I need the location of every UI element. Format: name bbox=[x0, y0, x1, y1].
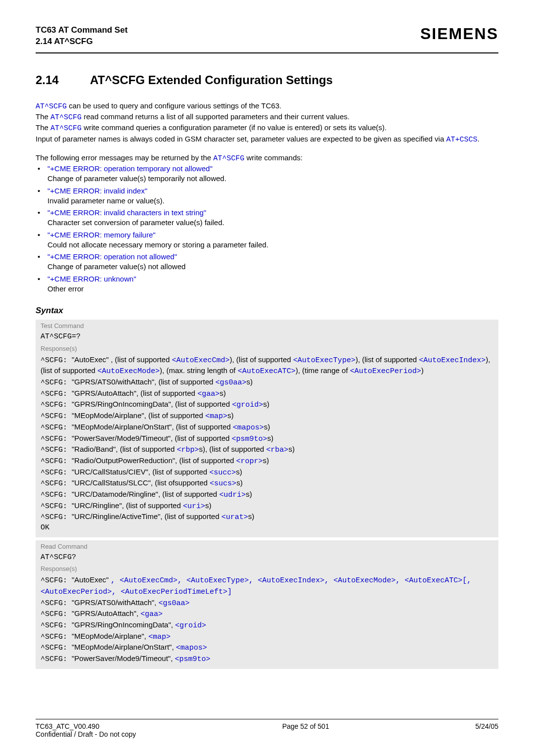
response-line: ^SCFG: "URC/Datamode/Ringline", (list of… bbox=[41, 489, 493, 501]
response-line: ^SCFG: "GPRS/ATS0/withAttach", (list of … bbox=[41, 377, 493, 388]
response-line: ^SCFG: "AutoExec" , (list of supported <… bbox=[41, 355, 493, 377]
read-command: AT^SCFG? bbox=[41, 553, 493, 563]
siemens-logo: SIEMENS bbox=[420, 25, 498, 43]
page-header: TC63 AT Command Set 2.14 AT^SCFG SIEMENS bbox=[36, 25, 498, 53]
response-line: ^SCFG: "Radio/OutputPowerReduction", (li… bbox=[41, 456, 493, 467]
response-line: ^SCFG: "MEopMode/Airplane/OnStart", (lis… bbox=[41, 422, 493, 433]
response-line: ^SCFG: "GPRS/RingOnIncomingData", <groid… bbox=[41, 620, 493, 631]
error-item: "+CME ERROR: memory failure"Could not al… bbox=[36, 230, 498, 250]
footer-center: Page 52 of 501 bbox=[282, 722, 329, 738]
footer-left: TC63_ATC_V00.490 Confidential / Draft - … bbox=[36, 722, 136, 738]
error-link[interactable]: "+CME ERROR: invalid characters in text … bbox=[47, 208, 206, 217]
response-line: ^SCFG: "AutoExec" , <AutoExecCmd>, <Auto… bbox=[41, 575, 493, 597]
error-link[interactable]: "+CME ERROR: memory failure" bbox=[47, 231, 156, 239]
error-link[interactable]: "+CME ERROR: unknown" bbox=[47, 275, 136, 283]
cmd-link[interactable]: AT^SCFG bbox=[50, 113, 82, 122]
response-line: ^SCFG: "PowerSaver/Mode9/Timeout", <psm9… bbox=[41, 654, 493, 665]
test-command-block: Test Command AT^SCFG=? Response(s) ^SCFG… bbox=[36, 320, 498, 537]
response-line: ^SCFG: "GPRS/AutoAttach", <gaa> bbox=[41, 609, 493, 620]
error-link[interactable]: "+CME ERROR: operation not allowed" bbox=[47, 252, 177, 261]
section-number: 2.14 bbox=[36, 73, 90, 87]
page-footer: TC63_ATC_V00.490 Confidential / Draft - … bbox=[36, 719, 498, 738]
doc-title-2: 2.14 AT^SCFG bbox=[36, 37, 93, 46]
response-line: ^SCFG: "GPRS/AutoAttach", (list of suppo… bbox=[41, 388, 493, 400]
response-line: ^SCFG: "MEopMode/Airplane", (list of sup… bbox=[41, 411, 493, 422]
response-line: ^SCFG: "MEopMode/Airplane/OnStart", <map… bbox=[41, 642, 493, 654]
response-line: ^SCFG: "PowerSaver/Mode9/Timeout", (list… bbox=[41, 433, 493, 445]
read-command-block: Read Command AT^SCFG? Response(s) ^SCFG:… bbox=[36, 540, 498, 669]
error-item: "+CME ERROR: invalid index"Invalid param… bbox=[36, 186, 498, 206]
intro-paragraph-1: AT^SCFG can be used to query and configu… bbox=[36, 101, 498, 145]
intro-paragraph-2: The following error messages may be retu… bbox=[36, 153, 498, 164]
error-list: "+CME ERROR: operation temporary not all… bbox=[36, 164, 498, 294]
ok-line: OK bbox=[41, 523, 493, 533]
read-command-label: Read Command bbox=[41, 542, 493, 551]
response-line: ^SCFG: "Radio/Band", (list of supported … bbox=[41, 444, 493, 456]
test-command: AT^SCFG=? bbox=[41, 332, 493, 342]
error-item: "+CME ERROR: invalid characters in text … bbox=[36, 208, 498, 228]
responses-label: Response(s) bbox=[41, 344, 493, 353]
response-line: ^SCFG: "URC/Ringline", (list of supporte… bbox=[41, 501, 493, 512]
response-line: ^SCFG: "URC/CallStatus/SLCC", (list ofsu… bbox=[41, 478, 493, 489]
response-line: ^SCFG: "URC/Ringline/ActiveTime", (list … bbox=[41, 512, 493, 523]
cmd-link[interactable]: AT^SCFG bbox=[213, 154, 244, 163]
cmd-link[interactable]: AT^SCFG bbox=[50, 124, 82, 133]
error-link[interactable]: "+CME ERROR: operation temporary not all… bbox=[47, 164, 213, 173]
error-link[interactable]: "+CME ERROR: invalid index" bbox=[47, 187, 147, 195]
response-line: ^SCFG: "GPRS/RingOnIncomingData", (list … bbox=[41, 399, 493, 411]
syntax-heading: Syntax bbox=[36, 306, 498, 316]
error-item: "+CME ERROR: operation temporary not all… bbox=[36, 164, 498, 184]
error-item: "+CME ERROR: operation not allowed"Chang… bbox=[36, 252, 498, 272]
response-line: ^SCFG: "MEopMode/Airplane", <map> bbox=[41, 631, 493, 643]
responses-label: Response(s) bbox=[41, 565, 493, 573]
error-item: "+CME ERROR: unknown"Other error bbox=[36, 274, 498, 294]
response-line: ^SCFG: "URC/CallStatus/CIEV", (list of s… bbox=[41, 467, 493, 478]
header-left: TC63 AT Command Set 2.14 AT^SCFG bbox=[36, 25, 128, 47]
section-name: AT^SCFG Extended Configuration Settings bbox=[90, 73, 333, 87]
section-title: 2.14AT^SCFG Extended Configuration Setti… bbox=[36, 73, 498, 87]
doc-title-1: TC63 AT Command Set bbox=[36, 25, 128, 35]
cmd-link[interactable]: AT+CSCS bbox=[446, 136, 477, 144]
footer-right: 5/24/05 bbox=[475, 722, 498, 738]
cmd-link[interactable]: AT^SCFG bbox=[36, 102, 67, 111]
test-command-label: Test Command bbox=[41, 322, 493, 331]
response-line: ^SCFG: "GPRS/ATS0/withAttach", <gs0aa> bbox=[41, 598, 493, 609]
